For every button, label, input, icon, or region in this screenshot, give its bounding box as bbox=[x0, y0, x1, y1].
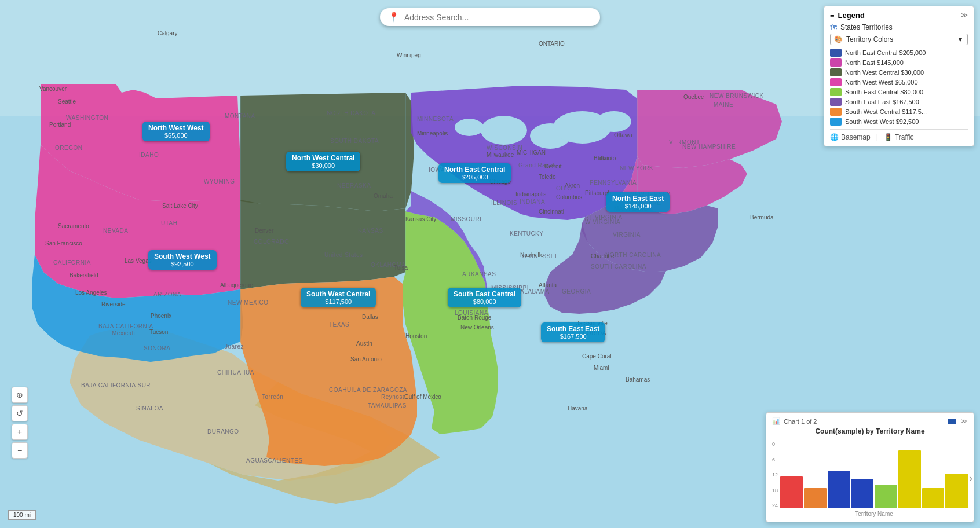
traffic-label: Traffic bbox=[895, 133, 914, 141]
legend-color-swatch bbox=[830, 49, 842, 57]
zoom-in-button[interactable]: + bbox=[12, 424, 28, 440]
legend-item: South East Central $80,000 bbox=[830, 88, 968, 96]
legend-footer: 🌐 Basemap | 🚦 Traffic bbox=[830, 133, 968, 141]
zoom-out-button[interactable]: − bbox=[12, 442, 28, 459]
chart-header: 📊 Chart 1 of 2 ≫ bbox=[772, 417, 968, 425]
legend-panel: ≡ Legend ≫ 🗺 States Territories 🎨 Territ… bbox=[824, 6, 974, 146]
chart-bar bbox=[898, 450, 921, 508]
chart-header-label: Chart 1 of 2 bbox=[784, 418, 817, 425]
legend-expand-icon[interactable]: ≫ bbox=[961, 12, 968, 19]
legend-item-label: South West West $92,500 bbox=[845, 118, 919, 125]
traffic-icon: 🚦 bbox=[884, 133, 893, 141]
svg-point-6 bbox=[455, 119, 484, 136]
legend-item-label: South West Central $117,5... bbox=[845, 108, 927, 115]
chart-x-label: Territory Name bbox=[780, 511, 968, 517]
chart-title: Count(sample) by Territory Name bbox=[772, 427, 968, 435]
chart-bars bbox=[780, 439, 968, 508]
legend-item-label: North West West $65,000 bbox=[845, 79, 918, 86]
legend-territory-dropdown[interactable]: 🎨 Territory Colors ▼ bbox=[830, 34, 968, 45]
legend-item: South East East $167,500 bbox=[830, 98, 968, 106]
legend-title: Legend bbox=[838, 11, 865, 20]
locate-button[interactable]: ⊕ bbox=[12, 387, 28, 403]
chart-bar bbox=[922, 488, 945, 508]
legend-color-swatch bbox=[830, 68, 842, 76]
chart-bar bbox=[875, 485, 897, 508]
chart-icon: 📊 bbox=[772, 417, 780, 425]
chart-y-axis: 24 18 12 6 0 bbox=[772, 439, 778, 508]
chart-panel: 📊 Chart 1 of 2 ≫ Count(sample) by Territ… bbox=[766, 412, 974, 522]
chart-bar bbox=[804, 488, 827, 508]
search-input[interactable] bbox=[404, 13, 592, 22]
map-controls: ⊕ ↺ + − bbox=[12, 387, 28, 459]
legend-item-label: North East Central $205,000 bbox=[845, 49, 926, 56]
chart-expand-icon[interactable]: ≫ bbox=[961, 417, 968, 425]
refresh-button[interactable]: ↺ bbox=[12, 405, 28, 421]
footer-divider: | bbox=[876, 133, 878, 141]
legend-header: ≡ Legend ≫ bbox=[830, 11, 968, 20]
legend-color-swatch bbox=[830, 108, 842, 116]
legend-item-label: South East East $167,500 bbox=[845, 98, 919, 105]
states-territories-icon: 🗺 bbox=[830, 23, 837, 31]
basemap-label: Basemap bbox=[841, 133, 871, 141]
chart-next-arrow[interactable]: › bbox=[969, 472, 972, 484]
chart-bar bbox=[945, 474, 968, 508]
svg-point-2 bbox=[481, 116, 527, 145]
legend-item-label: North East $145,000 bbox=[845, 59, 904, 66]
chart-bar bbox=[828, 471, 850, 508]
legend-item-label: North West Central $30,000 bbox=[845, 69, 924, 76]
legend-grid-icon: ≡ bbox=[830, 11, 835, 20]
dropdown-chevron-icon[interactable]: ▼ bbox=[957, 35, 964, 43]
legend-color-swatch bbox=[830, 78, 842, 86]
chart-legend-dot bbox=[948, 419, 956, 424]
legend-item: North West Central $30,000 bbox=[830, 68, 968, 76]
legend-color-swatch bbox=[830, 88, 842, 96]
legend-item: North East $145,000 bbox=[830, 58, 968, 67]
traffic-item[interactable]: 🚦 Traffic bbox=[884, 133, 914, 141]
chart-bar bbox=[851, 479, 873, 508]
map-container: 📍 North West West $65,000 North West Cen… bbox=[0, 0, 980, 528]
legend-item: North West West $65,000 bbox=[830, 78, 968, 86]
legend-color-swatch bbox=[830, 118, 842, 126]
scale-bar: 100 mi bbox=[8, 510, 36, 520]
legend-item-label: South East Central $80,000 bbox=[845, 89, 923, 96]
basemap-icon: 🌐 bbox=[830, 133, 839, 141]
svg-point-5 bbox=[597, 111, 631, 132]
legend-states-territories: 🗺 States Territories bbox=[830, 23, 968, 31]
legend-color-swatch bbox=[830, 58, 842, 67]
legend-item: North East Central $205,000 bbox=[830, 49, 968, 57]
basemap-item[interactable]: 🌐 Basemap bbox=[830, 133, 871, 141]
legend-item: South West Central $117,5... bbox=[830, 108, 968, 116]
search-icon: 📍 bbox=[388, 12, 400, 23]
territory-colors-label: Territory Colors bbox=[846, 35, 893, 43]
legend-item: South West West $92,500 bbox=[830, 118, 968, 126]
chart-bar bbox=[780, 476, 803, 508]
legend-divider bbox=[830, 129, 968, 130]
search-bar[interactable]: 📍 bbox=[380, 8, 600, 26]
territory-colors-icon: 🎨 bbox=[834, 35, 843, 43]
legend-color-swatch bbox=[830, 98, 842, 106]
